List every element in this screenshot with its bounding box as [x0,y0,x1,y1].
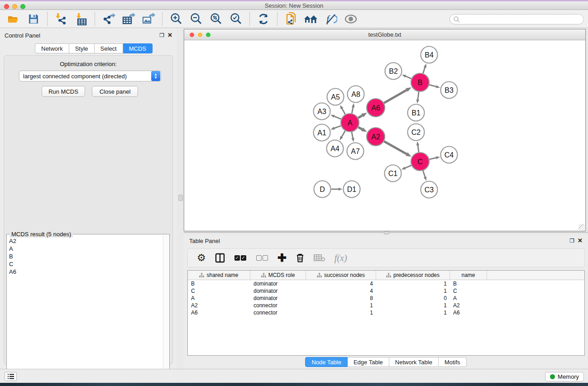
table-cell[interactable]: 4 [306,288,376,294]
edge-A-A2[interactable] [358,127,362,129]
edge-A-A5[interactable] [342,109,345,114]
graph-node-C4[interactable]: C4 [441,147,458,163]
result-scrollbar[interactable] [163,235,169,386]
edge-A2-C[interactable] [384,141,406,154]
import-table-from-file-icon[interactable] [73,12,89,26]
edge-A-A6[interactable] [358,115,362,118]
task-history-button[interactable] [5,372,17,381]
table-cell[interactable]: 8 [306,295,376,301]
zoom-out-icon[interactable] [188,12,204,26]
zoom-in-icon[interactable] [168,12,184,26]
add-row-icon[interactable]: ✚ [277,251,287,265]
table-cell[interactable]: 0 [376,295,450,301]
graph-node-C3[interactable]: C3 [421,181,438,198]
column-header-shared-name[interactable]: shared name [188,271,250,280]
table-cell[interactable]: 1 [376,288,450,294]
show-hide-panel-eye-icon[interactable] [343,12,359,26]
table-cell[interactable]: 1 [306,302,376,309]
graph-node-A6[interactable]: A6 [367,99,385,117]
table-cell[interactable]: A2 [188,302,250,309]
edge-A-A3[interactable] [334,116,341,119]
show-all-columns-icon[interactable]: ✓✓ [234,251,247,265]
horizontal-splitter[interactable] [184,231,588,235]
table-cell[interactable]: connector [250,302,306,309]
export-image-icon[interactable] [140,12,157,26]
graph-node-A7[interactable]: A7 [347,143,364,160]
graph-node-C2[interactable]: C2 [408,124,425,141]
tab-mcds[interactable]: MCDS [123,43,153,53]
table-cell[interactable]: dominator [250,295,306,301]
close-table-panel-icon[interactable]: ✕ [578,238,583,244]
table-cell[interactable]: B [188,281,250,287]
tab-network-table[interactable]: Network Table [389,357,439,367]
mcds-result-list[interactable]: A2ABCA6 [7,237,163,386]
table-row[interactable]: Adominator80A [188,295,584,302]
edge-C-C1[interactable] [405,165,411,168]
table-cell[interactable]: dominator [250,288,306,294]
table-cell[interactable]: B [450,281,487,287]
export-network-icon[interactable] [100,12,117,26]
edge-A-A1[interactable] [335,126,341,128]
float-panel-icon[interactable]: ❒ [159,32,164,38]
memory-button[interactable]: Memory [545,372,584,381]
table-cell[interactable]: A6 [450,310,487,316]
graph-node-A3[interactable]: A3 [314,103,330,120]
export-table-icon[interactable] [120,12,137,26]
graph-node-D1[interactable]: D1 [344,181,360,198]
table-row[interactable]: Bdominator41B [188,280,584,287]
graph-node-A4[interactable]: A4 [327,140,344,157]
graph-node-B1[interactable]: B1 [408,105,425,121]
graph-node-A8[interactable]: A8 [348,86,364,103]
network-window-titlebar[interactable]: testGlobe.txt [184,29,585,40]
graph-node-A2[interactable]: A2 [367,128,385,146]
edge-B-B2[interactable] [406,76,411,79]
table-cell[interactable]: C [188,288,250,294]
run-mcds-button[interactable]: Run MCDS [42,86,85,97]
edge-C-C2[interactable] [418,145,419,152]
vertical-splitter-handle[interactable] [178,195,183,201]
edge-B-B3[interactable] [429,85,436,86]
column-header-predecessor-nodes[interactable]: predecessor nodes [376,271,450,280]
hide-all-columns-icon[interactable] [256,251,268,265]
result-item[interactable]: B [7,253,163,260]
delete-row-trash-icon[interactable] [296,251,305,265]
horizontal-splitter-handle[interactable] [384,231,389,234]
import-network-from-file-icon[interactable] [53,12,69,26]
open-session-icon[interactable] [5,12,22,26]
window-resize-grip[interactable] [578,224,585,230]
graph-node-A[interactable]: A [341,114,359,132]
save-session-icon[interactable] [25,12,42,26]
column-header-successor-nodes[interactable]: successor nodes [306,271,376,280]
table-cell[interactable]: A [450,295,487,301]
tab-style[interactable]: Style [69,43,95,53]
edge-A-A7[interactable] [352,132,353,138]
show-network-overview-icon[interactable] [303,12,319,26]
tab-network[interactable]: Network [35,43,69,53]
graph-node-A1[interactable]: A1 [314,124,330,141]
node-table[interactable]: shared nameMCDS rolesuccessor nodesprede… [187,270,585,356]
result-item[interactable]: C [7,260,163,268]
column-layout-icon[interactable] [215,251,225,265]
graph-node-B3[interactable]: B3 [441,82,458,99]
edge-C-C4[interactable] [429,158,436,159]
graph-node-A5[interactable]: A5 [327,89,344,105]
tab-node-table[interactable]: Node Table [305,357,348,367]
graph-node-B4[interactable]: B4 [421,47,438,63]
tab-edge-table[interactable]: Edge Table [348,357,389,367]
table-cell[interactable]: 1 [376,302,450,309]
graph-node-D[interactable]: D [314,181,331,198]
column-header-MCDS-role[interactable]: MCDS role [250,271,306,280]
tab-select[interactable]: Select [95,43,123,53]
function-builder-icon[interactable]: f(x) [335,251,347,265]
table-cell[interactable]: 1 [376,281,450,287]
edge-A-A4[interactable] [342,131,345,137]
zoom-fit-icon[interactable] [208,12,224,26]
network-graph[interactable]: B4B2BB3A8A5A6A3B1AC2A1A2A4A7C4CC1C3DD1 [184,40,585,231]
graph-node-C1[interactable]: C1 [385,165,402,182]
column-header-name[interactable]: name [450,271,487,280]
search-input[interactable] [449,14,584,24]
delete-table-icon[interactable] [314,251,325,265]
close-panel-icon[interactable]: ✕ [167,32,172,38]
edge-B-B1[interactable] [418,92,419,100]
apply-layout-icon[interactable] [255,12,272,26]
